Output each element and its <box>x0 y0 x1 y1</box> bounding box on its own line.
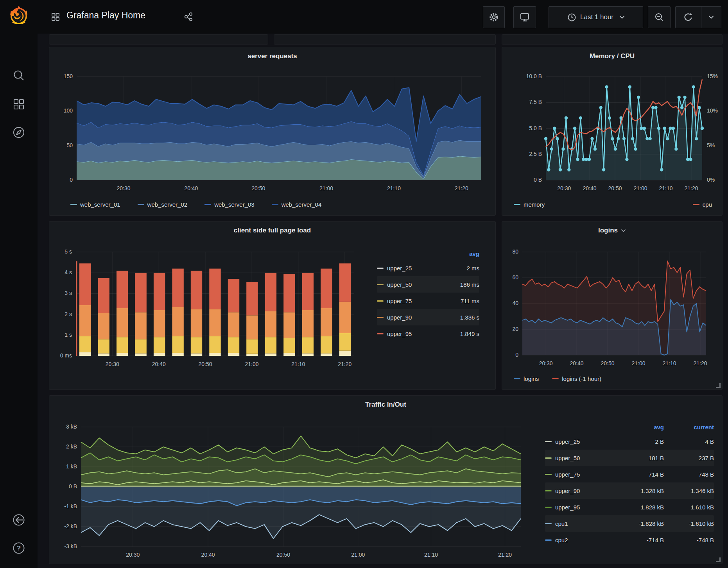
legend-color-dash <box>545 474 552 475</box>
current-value: 1.610 kB <box>664 504 714 511</box>
legend-table-row[interactable]: upper_252 ms <box>377 260 479 276</box>
series-name: upper_90 <box>387 314 440 321</box>
chevron-down-icon <box>619 15 625 20</box>
legend-item[interactable]: web_server_03 <box>204 201 255 208</box>
legend-color-dash <box>377 317 384 318</box>
apps-grid-icon[interactable] <box>51 12 60 21</box>
panel-title[interactable]: Memory / CPU <box>502 52 722 60</box>
legend-item[interactable]: web_server_04 <box>272 201 322 208</box>
x-axis-tick: 20:40 <box>176 185 207 191</box>
apps-icon[interactable] <box>11 96 27 113</box>
sign-out-icon[interactable] <box>11 512 27 528</box>
help-icon[interactable]: ? <box>11 540 27 556</box>
legend-color-dash <box>514 204 520 205</box>
explore-compass-icon[interactable] <box>11 124 27 141</box>
search-icon[interactable] <box>11 67 27 84</box>
x-axis-tick: 20:50 <box>190 361 221 367</box>
y-axis-tick: 60 <box>502 274 518 280</box>
panel-resize-handle[interactable] <box>716 383 721 388</box>
legend-color-dash <box>70 204 77 205</box>
legend-label: logins (-1 hour) <box>562 375 601 382</box>
x-axis-tick: 21:00 <box>342 552 374 558</box>
series-name: upper_50 <box>387 281 440 288</box>
legend-color-dash <box>552 378 559 379</box>
legend-table-row[interactable]: upper_252 B4 B <box>545 433 714 450</box>
avg-value: 1.336 s <box>440 314 479 321</box>
legend-column-header[interactable]: current <box>664 424 714 430</box>
panel-title[interactable]: server requests <box>49 52 495 60</box>
panel-resize-handle[interactable] <box>716 557 721 562</box>
panel-title[interactable]: Traffic In/Out <box>49 401 722 409</box>
current-value: 4 B <box>664 438 714 445</box>
series-name: upper_25 <box>387 265 440 271</box>
current-value: -748 B <box>664 537 714 543</box>
avg-value: 186 ms <box>440 281 479 288</box>
legend-table-row[interactable]: cpu2-714 B-748 B <box>545 532 714 548</box>
legend-table-row[interactable]: upper_75714 B748 B <box>545 466 714 482</box>
share-icon[interactable] <box>184 12 193 21</box>
legend-color-dash <box>545 539 552 541</box>
y-axis-tick: 10.0 B <box>502 73 542 79</box>
panel-title[interactable]: client side full page load <box>49 227 495 234</box>
current-value: -1.610 kB <box>664 520 714 527</box>
x-axis-tick: 21:10 <box>416 552 447 558</box>
legend-table-row[interactable]: upper_901.328 kB1.346 kB <box>545 482 714 499</box>
y-axis-tick: 3 kB <box>49 423 77 430</box>
legend-table-row[interactable]: upper_951.828 kB1.610 kB <box>545 499 714 515</box>
legend-color-dash <box>545 441 552 442</box>
legend-table-row[interactable]: cpu1-1.828 kB-1.610 kB <box>545 515 714 532</box>
legend-color-dash <box>545 457 552 459</box>
legend-item[interactable]: logins <box>514 375 539 382</box>
legend-table-row[interactable]: upper_951.849 s <box>377 325 479 342</box>
legend-color-dash <box>377 333 384 334</box>
legend-table-row[interactable]: upper_75711 ms <box>377 293 479 309</box>
x-axis-tick: 20:40 <box>561 360 592 366</box>
y2-axis-tick: 15% <box>707 73 718 79</box>
x-axis-tick: 20:50 <box>243 185 274 191</box>
legend-table: avgcurrentupper_252 B4 Bupper_50181 B237… <box>545 421 714 548</box>
refresh-interval-dropdown[interactable] <box>701 7 721 28</box>
grafana-logo[interactable] <box>8 5 29 27</box>
tv-mode-button[interactable] <box>513 6 536 28</box>
legend-label: memory <box>524 201 545 208</box>
panel-title[interactable]: logins <box>502 227 722 234</box>
avg-value: 1.849 s <box>440 330 479 337</box>
legend-item[interactable]: cpu <box>693 201 712 208</box>
legend-color-dash <box>377 268 384 269</box>
time-range-label: Last 1 hour <box>580 13 613 21</box>
avg-value: 1.328 kB <box>618 488 664 494</box>
settings-button[interactable] <box>483 6 505 28</box>
y2-axis-tick: 5% <box>707 142 715 148</box>
y-axis-tick: 5 s <box>49 248 72 255</box>
x-axis-tick: 20:50 <box>592 360 623 366</box>
dashboard-title[interactable]: Grafana Play Home <box>66 10 145 21</box>
y2-axis-tick: 0% <box>707 177 715 183</box>
x-axis-tick: 20:30 <box>117 552 149 558</box>
refresh-icon[interactable] <box>676 7 701 28</box>
legend-item[interactable]: memory <box>514 201 545 208</box>
legend-table-row[interactable]: upper_50186 ms <box>377 276 479 293</box>
zoom-out-button[interactable] <box>648 6 671 28</box>
x-axis-tick: 21:10 <box>378 185 409 191</box>
legend-color-dash <box>545 490 552 491</box>
series-name: cpu1 <box>555 520 618 527</box>
legend-color-dash <box>204 204 211 205</box>
time-range-picker[interactable]: Last 1 hour <box>549 6 643 28</box>
avg-value: 714 B <box>618 471 664 478</box>
legend-column-header[interactable]: avg <box>440 250 479 257</box>
legend-label: web_server_03 <box>214 201 255 208</box>
series-name: upper_95 <box>555 504 618 511</box>
series-name: upper_75 <box>387 298 440 304</box>
current-value: 237 B <box>664 455 714 461</box>
legend-column-header[interactable]: avg <box>618 424 664 430</box>
legend-label: web_server_02 <box>147 201 188 208</box>
series-name: upper_95 <box>387 330 440 337</box>
y-axis-tick: 0 <box>49 177 73 183</box>
legend-item[interactable]: logins (-1 hour) <box>552 375 601 382</box>
chevron-down-icon <box>708 15 714 20</box>
x-axis-tick: 21:10 <box>654 360 685 366</box>
legend-table-row[interactable]: upper_901.336 s <box>377 309 479 325</box>
legend-item[interactable]: web_server_01 <box>70 201 120 208</box>
legend-table-row[interactable]: upper_50181 B237 B <box>545 450 714 466</box>
legend-item[interactable]: web_server_02 <box>138 201 188 208</box>
